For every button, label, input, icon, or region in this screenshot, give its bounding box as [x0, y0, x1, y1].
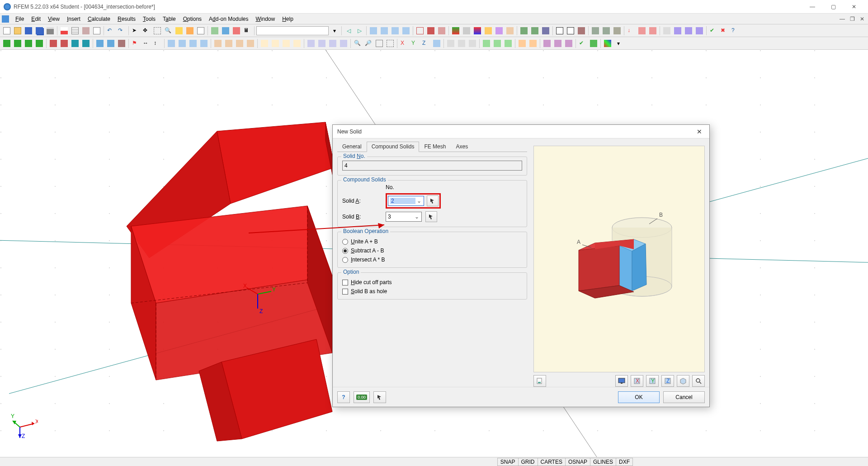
- notes-icon[interactable]: [92, 26, 102, 36]
- members-icon[interactable]: [576, 26, 586, 36]
- preview-zoom-button[interactable]: [692, 375, 705, 387]
- poly-create-icon[interactable]: [34, 38, 44, 48]
- nodal-sup-icon[interactable]: [590, 26, 600, 36]
- view4-icon[interactable]: [292, 38, 302, 48]
- mesh2-icon[interactable]: [492, 38, 502, 48]
- pic1-icon[interactable]: [166, 38, 176, 48]
- move-icon[interactable]: ✥: [142, 26, 151, 36]
- color-icon[interactable]: [603, 38, 613, 48]
- nodes-icon[interactable]: [555, 26, 565, 36]
- preview-settings-button[interactable]: [533, 375, 546, 387]
- beam-icon[interactable]: [117, 38, 127, 48]
- zoom-out-icon[interactable]: 🔎: [363, 38, 373, 48]
- numbers-icon[interactable]: [541, 26, 551, 36]
- radio-unite-row[interactable]: Unite A + B: [342, 238, 522, 245]
- maximize-button[interactable]: ▢: [823, 0, 844, 14]
- mesh1-icon[interactable]: [481, 38, 491, 48]
- preview-vx-button[interactable]: X: [631, 375, 643, 387]
- mesh3-icon[interactable]: [503, 38, 513, 48]
- render-wire-icon[interactable]: [415, 26, 425, 36]
- dialog-titlebar[interactable]: New Solid ✕: [333, 125, 709, 138]
- rotate-icon[interactable]: [684, 26, 693, 36]
- solid-no-field[interactable]: [342, 161, 522, 171]
- pointer-icon[interactable]: ➤: [131, 26, 141, 36]
- solid-b-combo[interactable]: 3 ⌄: [386, 212, 422, 222]
- view-z-icon[interactable]: [401, 26, 411, 36]
- snap4-icon[interactable]: [245, 38, 255, 48]
- render-solid-icon[interactable]: [426, 26, 436, 36]
- solid-create-icon[interactable]: [70, 38, 80, 48]
- pic4-icon[interactable]: [199, 38, 209, 48]
- analysis-icon[interactable]: [185, 26, 195, 36]
- snap3-icon[interactable]: [235, 38, 245, 48]
- help-icon[interactable]: ?: [730, 26, 740, 36]
- preview-iso-button[interactable]: [677, 375, 689, 387]
- view-iso-icon[interactable]: [368, 26, 378, 36]
- dim2-icon[interactable]: ↕: [152, 38, 162, 48]
- menu-help[interactable]: Help: [278, 15, 297, 23]
- status-osnap[interactable]: OSNAP: [565, 458, 590, 466]
- zoom-fit-icon[interactable]: [374, 38, 384, 48]
- check-hide[interactable]: [342, 280, 348, 285]
- win1-icon[interactable]: [306, 38, 316, 48]
- solid-a-combo[interactable]: 2 ⌄: [388, 196, 424, 206]
- ext2-icon[interactable]: [553, 38, 563, 48]
- radio-subtract[interactable]: [342, 248, 348, 254]
- win4-icon[interactable]: [339, 38, 349, 48]
- check-hole[interactable]: [342, 289, 348, 295]
- undo-icon[interactable]: ↶: [106, 26, 116, 36]
- mdi-doc-icon[interactable]: [2, 15, 9, 23]
- copy-icon[interactable]: [662, 26, 672, 36]
- chk1-icon[interactable]: ✔: [578, 38, 588, 48]
- open-icon[interactable]: [13, 26, 23, 36]
- viewz-icon[interactable]: Z: [421, 38, 431, 48]
- model-data-icon[interactable]: [210, 26, 220, 36]
- radio-subtract-row[interactable]: Subtract A - B: [342, 247, 522, 254]
- dim-icon[interactable]: ↔: [142, 38, 151, 48]
- opt3-icon[interactable]: [467, 38, 477, 48]
- pic3-icon[interactable]: [188, 38, 198, 48]
- loads-icon[interactable]: [519, 26, 529, 36]
- menu-window[interactable]: Window: [252, 15, 279, 23]
- set-create-icon[interactable]: [95, 38, 105, 48]
- radio-unite[interactable]: [342, 239, 348, 245]
- menu-calculate[interactable]: Calculate: [84, 15, 114, 23]
- solid-icon[interactable]: [221, 26, 231, 36]
- next-icon[interactable]: ▷: [354, 26, 364, 36]
- status-snap[interactable]: SNAP: [497, 458, 519, 466]
- loadcase-combo[interactable]: [256, 26, 329, 35]
- menu-addon-modules[interactable]: Add-on Modules: [205, 15, 252, 23]
- tab-axes[interactable]: Axes: [451, 142, 473, 152]
- tab-compound-solids[interactable]: Compound Solids: [367, 142, 420, 152]
- sections-icon[interactable]: [505, 26, 515, 36]
- menu-edit[interactable]: Edit: [28, 15, 44, 23]
- clip2-icon[interactable]: [528, 38, 538, 48]
- tab-general[interactable]: General: [337, 142, 367, 152]
- opt1-icon[interactable]: [446, 38, 456, 48]
- nodal-load-icon[interactable]: ↓: [626, 26, 636, 36]
- save-icon[interactable]: [24, 26, 33, 36]
- preview-display-button[interactable]: [615, 375, 628, 387]
- save-all-icon[interactable]: [34, 26, 44, 36]
- supports-icon[interactable]: [530, 26, 540, 36]
- grid-icon[interactable]: [70, 26, 80, 36]
- new-icon[interactable]: [2, 26, 12, 36]
- pick-button[interactable]: [373, 391, 386, 403]
- viewx-icon[interactable]: X: [399, 38, 409, 48]
- design-icon[interactable]: [494, 26, 504, 36]
- solid-a-pick-button[interactable]: [427, 195, 439, 206]
- mdi-close[interactable]: ✕: [858, 16, 866, 22]
- flag-icon[interactable]: ⚑: [131, 38, 141, 48]
- area-load-icon[interactable]: [648, 26, 658, 36]
- scale-icon[interactable]: [694, 26, 704, 36]
- radio-intersect[interactable]: [342, 257, 348, 263]
- results-on-icon[interactable]: [451, 26, 461, 36]
- chevron-down-icon[interactable]: ⌄: [413, 214, 420, 220]
- zoom-win-icon[interactable]: [385, 38, 395, 48]
- preview-vy-button[interactable]: Y: [646, 375, 659, 387]
- minimize-button[interactable]: —: [802, 0, 823, 14]
- ext1-icon[interactable]: [542, 38, 552, 48]
- check-hole-row[interactable]: Solid B as hole: [342, 288, 522, 295]
- shell-icon[interactable]: [106, 38, 116, 48]
- manager-icon[interactable]: [81, 26, 91, 36]
